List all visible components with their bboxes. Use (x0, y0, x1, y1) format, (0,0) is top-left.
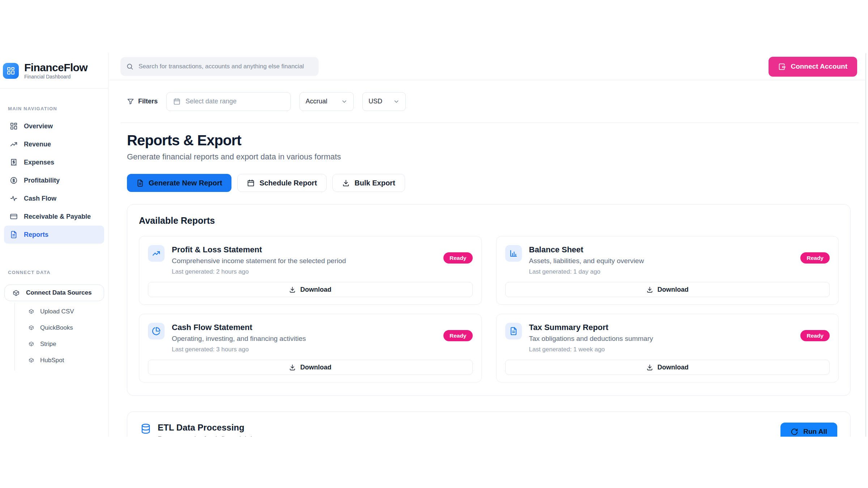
connect-data-sources-button[interactable]: Connect Data Sources (4, 284, 104, 301)
sidebar-item-label: Expenses (24, 159, 54, 166)
download-button[interactable]: Download (148, 282, 473, 297)
report-title: Balance Sheet (529, 245, 644, 254)
etl-title: ETL Data Processing (158, 423, 261, 433)
date-range-picker[interactable]: Select date range (166, 92, 291, 111)
report-card-profit-loss: Profit & Loss Statement Comprehensive in… (139, 236, 482, 305)
connect-data-label: CONNECT DATA (8, 270, 108, 275)
run-all-button[interactable]: Run All (780, 423, 837, 437)
report-title: Profit & Loss Statement (172, 245, 346, 254)
source-item-label: Stripe (40, 341, 56, 348)
report-description: Tax obligations and deductions summary (529, 335, 653, 343)
package-icon (29, 358, 34, 363)
report-card-tax-summary: Tax Summary Report Tax obligations and d… (496, 314, 839, 382)
status-badge: Ready (800, 330, 830, 341)
dollar-circle-icon (10, 176, 18, 184)
sidebar-item-reports[interactable]: Reports (4, 226, 104, 244)
sidebar-item-label: Profitability (24, 177, 60, 184)
accounting-basis-select[interactable]: Accrual (299, 92, 354, 111)
source-item-upload-csv[interactable]: Upload CSV (15, 303, 108, 320)
download-icon (289, 364, 296, 371)
report-icon-box (505, 245, 522, 262)
pie-chart-icon (152, 327, 161, 335)
sidebar-item-profitability[interactable]: Profitability (0, 171, 108, 189)
report-last-generated: Last generated: 2 hours ago (172, 268, 346, 275)
source-item-label: QuickBooks (40, 324, 73, 331)
brand-name: FinanceFlow (24, 62, 88, 73)
download-icon (646, 364, 653, 371)
data-sources-list: Upload CSV QuickBooks Stripe HubSpot (14, 303, 108, 371)
scrollbar[interactable] (865, 53, 866, 437)
available-reports-panel: Available Reports Profit & Loss Statemen… (127, 204, 851, 396)
download-button[interactable]: Download (505, 282, 830, 297)
sidebar-item-expenses[interactable]: Expenses (0, 153, 108, 171)
schedule-report-button[interactable]: Schedule Report (237, 174, 327, 192)
download-button[interactable]: Download (505, 360, 830, 375)
sidebar-item-label: Overview (24, 123, 53, 130)
report-description: Operating, investing, and financing acti… (172, 335, 306, 343)
main-navigation-label: MAIN NAVIGATION (8, 106, 108, 111)
source-item-quickbooks[interactable]: QuickBooks (15, 320, 108, 336)
currency-select[interactable]: USD (362, 92, 406, 111)
package-icon (13, 290, 20, 296)
sidebar-item-revenue[interactable]: Revenue (0, 135, 108, 153)
global-search (120, 57, 319, 76)
main-area: Connect Account Filters Select date rang… (109, 53, 865, 437)
main-navigation: Overview Revenue Expenses Profitability … (0, 117, 108, 244)
download-icon (289, 286, 296, 293)
report-icon-box (148, 323, 165, 339)
source-item-stripe[interactable]: Stripe (15, 336, 108, 352)
package-icon (29, 309, 34, 314)
receipt-icon (10, 158, 18, 166)
download-button[interactable]: Download (148, 360, 473, 375)
funnel-icon (127, 98, 134, 105)
report-card-balance-sheet: Balance Sheet Assets, liabilities, and e… (496, 236, 839, 305)
sidebar-item-receivable-payable[interactable]: Receivable & Payable (0, 207, 108, 226)
status-badge: Ready (800, 252, 830, 264)
brand-block: FinanceFlow Financial Dashboard (0, 53, 108, 89)
report-last-generated: Last generated: 3 hours ago (172, 346, 306, 353)
sidebar-item-label: Receivable & Payable (24, 213, 91, 221)
app-window: FinanceFlow Financial Dashboard MAIN NAV… (0, 53, 868, 437)
report-last-generated: Last generated: 1 day ago (529, 268, 644, 275)
source-item-label: HubSpot (40, 357, 64, 364)
wallet-icon (778, 63, 786, 70)
search-input[interactable] (139, 63, 313, 70)
report-description: Assets, liabilities, and equity overview (529, 257, 644, 265)
page-content: Reports & Export Generate financial repo… (109, 123, 865, 437)
download-icon (646, 286, 653, 293)
bulk-export-label: Bulk Export (354, 179, 395, 187)
generate-new-report-button[interactable]: Generate New Report (127, 174, 231, 192)
calendar-icon (173, 98, 180, 105)
screen: FinanceFlow Financial Dashboard MAIN NAV… (0, 0, 868, 488)
source-item-hubspot[interactable]: HubSpot (15, 352, 108, 368)
currency-value: USD (369, 98, 382, 105)
sidebar-item-label: Revenue (24, 141, 51, 148)
report-card-cash-flow: Cash Flow Statement Operating, investing… (139, 314, 482, 382)
filters-toggle[interactable]: Filters (127, 98, 158, 105)
bulk-export-button[interactable]: Bulk Export (332, 174, 405, 192)
report-description: Comprehensive income statement for the s… (172, 257, 346, 265)
search-icon (126, 63, 133, 70)
report-icon-box (148, 245, 165, 262)
date-range-placeholder: Select date range (186, 98, 237, 105)
connect-account-button[interactable]: Connect Account (769, 57, 857, 77)
report-cards-grid: Profit & Loss Statement Comprehensive in… (139, 236, 839, 382)
app-logo (3, 63, 19, 79)
dashboard-icon (7, 67, 15, 75)
trending-up-icon (10, 140, 18, 148)
status-badge: Ready (443, 330, 473, 341)
schedule-report-label: Schedule Report (259, 179, 317, 187)
chevron-down-icon (341, 98, 348, 105)
brand-tagline: Financial Dashboard (24, 74, 88, 80)
filters-label: Filters (138, 98, 158, 105)
sidebar-item-label: Reports (24, 231, 48, 239)
report-icon-box (505, 323, 522, 339)
connect-data-sources-label: Connect Data Sources (26, 289, 92, 296)
sidebar-item-cash-flow[interactable]: Cash Flow (0, 189, 108, 207)
filters-bar: Filters Select date range Accrual USD (121, 80, 859, 123)
sidebar-item-overview[interactable]: Overview (0, 117, 108, 135)
report-title: Tax Summary Report (529, 323, 653, 332)
download-label: Download (658, 364, 689, 371)
download-label: Download (300, 286, 331, 294)
file-text-icon (509, 327, 518, 335)
